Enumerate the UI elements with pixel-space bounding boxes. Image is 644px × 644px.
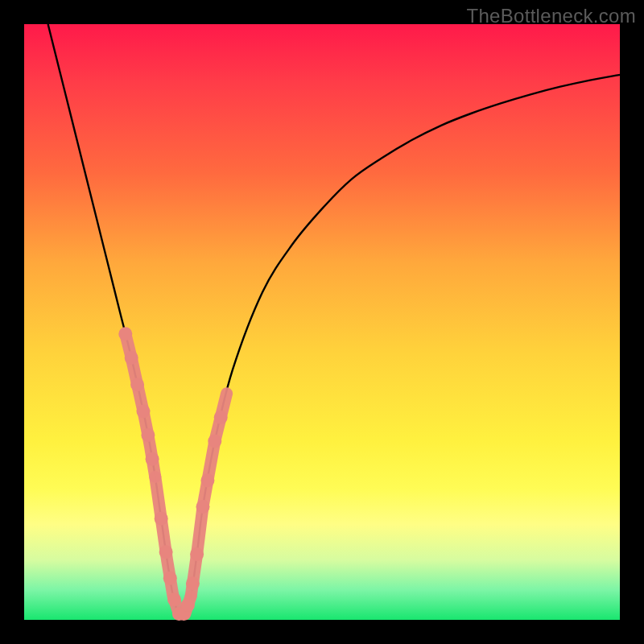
marker-dot bbox=[190, 547, 204, 561]
marker-dot bbox=[141, 428, 155, 442]
marker-dot bbox=[137, 405, 151, 419]
marker-dot bbox=[130, 378, 144, 391]
marker-dot bbox=[186, 576, 200, 590]
marker-dot bbox=[159, 545, 173, 559]
marker-dot bbox=[196, 500, 210, 514]
marker-dot bbox=[200, 473, 214, 487]
highlight-markers bbox=[118, 327, 227, 621]
watermark-text: TheBottleneck.com bbox=[466, 5, 636, 27]
chart-frame: TheBottleneck.com bbox=[0, 0, 644, 644]
marker-dot bbox=[167, 592, 181, 606]
plot-area bbox=[24, 24, 620, 620]
marker-dot bbox=[146, 452, 159, 466]
marker-dot bbox=[214, 411, 228, 424]
marker-dot bbox=[208, 435, 221, 448]
marker-dot bbox=[118, 327, 132, 341]
marker-dot bbox=[163, 572, 177, 585]
bottleneck-curve bbox=[48, 24, 620, 616]
marker-dot bbox=[125, 351, 138, 365]
marker-dot bbox=[181, 598, 195, 612]
curve-layer bbox=[24, 24, 620, 620]
marker-dot bbox=[155, 512, 168, 526]
